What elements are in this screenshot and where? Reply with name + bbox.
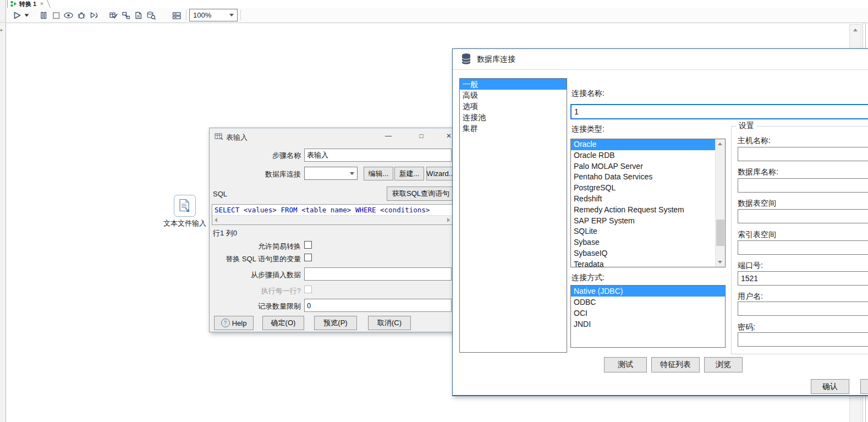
ok-button[interactable]: 确定(O) bbox=[262, 316, 304, 330]
step-name-input[interactable] bbox=[304, 149, 452, 162]
type-item[interactable]: Oracle RDB bbox=[571, 150, 716, 161]
tab-close-icon[interactable]: ✕ bbox=[40, 1, 44, 7]
host-name-input[interactable] bbox=[738, 147, 868, 161]
step-text-file-input[interactable]: 文本文件输入 bbox=[157, 195, 212, 228]
nav-item-options[interactable]: 选项 bbox=[460, 101, 567, 112]
type-item[interactable]: Pentaho Data Services bbox=[571, 172, 716, 183]
debug-button[interactable] bbox=[75, 9, 87, 22]
new-connection-button[interactable]: 新建... bbox=[394, 167, 424, 180]
tab-title: 转换 1 bbox=[19, 0, 36, 8]
connection-name-label: 连接名称: bbox=[572, 89, 605, 98]
text-file-input-icon[interactable] bbox=[174, 195, 196, 217]
run-button[interactable] bbox=[10, 9, 23, 22]
stop-button[interactable] bbox=[50, 9, 62, 22]
password-input[interactable] bbox=[738, 332, 868, 347]
zoom-value: 100% bbox=[193, 11, 211, 19]
scroll-up-icon[interactable] bbox=[850, 25, 861, 35]
type-item[interactable]: Teradata bbox=[571, 259, 716, 267]
insert-data-from-step-input[interactable] bbox=[304, 267, 452, 281]
port-input[interactable] bbox=[738, 271, 868, 286]
type-item[interactable]: SQLite bbox=[571, 226, 716, 237]
access-item[interactable]: Native (JDBC) bbox=[571, 286, 725, 297]
left-panel-strip[interactable]: ▸ bbox=[0, 0, 6, 422]
insert-data-from-step-label: 从步骤插入数据 bbox=[210, 270, 301, 280]
type-item[interactable]: Sybase bbox=[571, 237, 716, 248]
get-sql-button[interactable]: 获取SQL查询语句 bbox=[387, 187, 455, 201]
connection-type-list[interactable]: Oracle Oracle RDB Palo MOLAP Server Pent… bbox=[570, 139, 726, 267]
database-name-label: 数据库名称: bbox=[738, 167, 778, 177]
sql-button[interactable] bbox=[132, 9, 145, 22]
db-connection-combobox[interactable] bbox=[304, 167, 358, 180]
index-tablespace-label: 索引表空间 bbox=[738, 230, 776, 240]
type-item[interactable]: Oracle bbox=[571, 139, 716, 150]
sql-label: SQL bbox=[213, 190, 227, 198]
limit-input[interactable] bbox=[304, 299, 452, 312]
access-item[interactable]: JNDI bbox=[571, 319, 725, 330]
access-method-list[interactable]: Native (JDBC) ODBC OCI JNDI bbox=[570, 285, 726, 348]
preview-button[interactable]: 预览(P) bbox=[314, 316, 357, 330]
wizard-button[interactable]: Wizard... bbox=[426, 167, 455, 180]
cancel-button[interactable]: 取消(C) bbox=[368, 316, 411, 330]
toolbar-separator bbox=[186, 10, 186, 20]
nav-item-pooling[interactable]: 连接池 bbox=[460, 112, 567, 123]
database-connection-dialog: 数据库连接 一般 高级 选项 连接池 集群 连接名称: 连接类型: Oracle… bbox=[452, 48, 868, 396]
sql-editor[interactable]: SELECT <values> FROM <table name> WHERE … bbox=[212, 204, 453, 225]
table-input-titlebar[interactable]: 表输入 — □ ✕ bbox=[210, 128, 454, 145]
database-name-input[interactable] bbox=[738, 178, 868, 193]
step-name-label: 步骤名称 bbox=[210, 151, 301, 161]
type-item[interactable]: SAP ERP System bbox=[571, 216, 716, 227]
show-results-button[interactable] bbox=[171, 9, 183, 22]
scroll-left-icon[interactable] bbox=[215, 218, 217, 222]
replay-button[interactable] bbox=[87, 9, 100, 22]
type-item[interactable]: Palo MOLAP Server bbox=[571, 161, 716, 172]
help-button[interactable]: ? Help bbox=[214, 316, 254, 330]
data-tablespace-label: 数据表空间 bbox=[738, 199, 776, 209]
type-item[interactable]: Redshift bbox=[571, 194, 716, 205]
run-options-caret-icon[interactable] bbox=[23, 9, 30, 22]
connection-type-label: 连接类型: bbox=[572, 124, 605, 134]
scroll-up-icon[interactable] bbox=[718, 143, 722, 145]
type-item[interactable]: SybaseIQ bbox=[571, 248, 716, 259]
access-item[interactable]: ODBC bbox=[571, 297, 725, 308]
explore-button[interactable]: 浏览 bbox=[704, 357, 743, 372]
zoom-combobox[interactable]: 100% bbox=[189, 9, 238, 21]
chevron-down-icon bbox=[229, 14, 234, 17]
verify-button[interactable] bbox=[107, 9, 119, 22]
username-input[interactable] bbox=[738, 302, 868, 316]
replace-variables-checkbox[interactable] bbox=[304, 254, 312, 261]
tab-transformation[interactable]: 转换 1 ✕ bbox=[7, 0, 46, 8]
preview-button[interactable] bbox=[62, 9, 75, 22]
scrollbar-thumb[interactable] bbox=[716, 220, 724, 246]
data-tablespace-input[interactable] bbox=[738, 209, 868, 223]
database-icon bbox=[461, 53, 472, 65]
test-button[interactable]: 测试 bbox=[604, 357, 647, 372]
panel-expand-icon[interactable]: ▸ bbox=[1, 28, 3, 32]
settings-nav-list[interactable]: 一般 高级 选项 连接池 集群 bbox=[459, 78, 567, 353]
scroll-down-icon[interactable] bbox=[718, 261, 722, 264]
nav-item-clustering[interactable]: 集群 bbox=[460, 123, 567, 134]
explore-db-button[interactable] bbox=[145, 9, 157, 22]
sql-horizontal-scrollbar[interactable] bbox=[212, 215, 452, 224]
type-item[interactable]: PostgreSQL bbox=[571, 183, 716, 194]
minimize-button[interactable]: — bbox=[382, 130, 394, 142]
nav-item-general[interactable]: 一般 bbox=[460, 79, 567, 90]
feature-list-button[interactable]: 特征列表 bbox=[651, 357, 700, 372]
connection-name-input[interactable] bbox=[570, 104, 868, 119]
cancel-button[interactable]: 取消 bbox=[860, 379, 868, 394]
access-item[interactable]: OCI bbox=[571, 308, 725, 319]
edit-connection-button[interactable]: 编辑... bbox=[364, 167, 393, 180]
step-label: 文本文件输入 bbox=[157, 218, 212, 228]
type-item[interactable]: Remedy Action Request System bbox=[571, 205, 716, 216]
transformation-icon bbox=[10, 1, 17, 7]
pause-button[interactable] bbox=[37, 9, 50, 22]
scroll-right-icon[interactable] bbox=[447, 218, 450, 222]
lazy-conversion-checkbox[interactable] bbox=[304, 241, 312, 249]
connection-type-scrollbar[interactable] bbox=[715, 139, 725, 267]
maximize-button[interactable]: □ bbox=[415, 130, 427, 142]
db-dialog-titlebar[interactable]: 数据库连接 bbox=[453, 49, 868, 70]
impact-button[interactable] bbox=[119, 9, 132, 22]
index-tablespace-input[interactable] bbox=[738, 240, 868, 255]
confirm-button[interactable]: 确认 bbox=[811, 379, 849, 394]
dialog-title: 数据库连接 bbox=[477, 54, 515, 64]
nav-item-advanced[interactable]: 高级 bbox=[460, 90, 567, 101]
